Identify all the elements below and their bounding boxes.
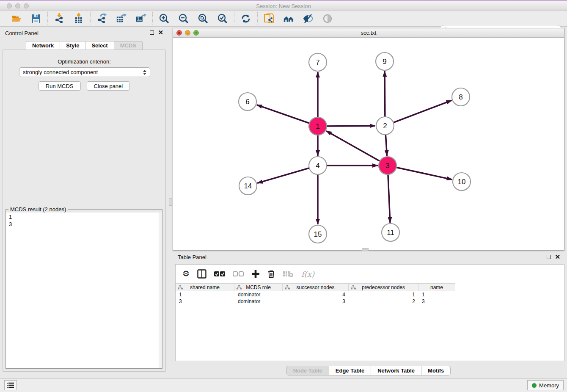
edge-1-to-6[interactable] <box>257 105 318 126</box>
column-header-shared-name[interactable]: shared name <box>176 284 234 291</box>
close-table-panel-icon[interactable]: ✕ <box>555 255 560 259</box>
graph-node-11[interactable]: 11 <box>382 224 399 241</box>
import-table-icon[interactable] <box>73 13 84 24</box>
open-session-icon[interactable] <box>11 13 22 24</box>
graph-node-4[interactable]: 4 <box>309 157 327 174</box>
column-type-icon <box>237 285 242 290</box>
horizontal-splitter-grip[interactable] <box>362 248 369 251</box>
memory-button[interactable]: Memory <box>527 380 564 390</box>
node-label: 8 <box>459 93 462 101</box>
float-table-panel-icon[interactable] <box>547 255 551 259</box>
node-label: 9 <box>383 58 386 66</box>
table-panel-title: Table Panel <box>178 254 206 260</box>
eye-disabled-icon <box>322 13 333 24</box>
edge-4-to-14[interactable] <box>257 166 318 183</box>
cell-name[interactable]: 1 <box>418 291 455 298</box>
edge-2-to-8[interactable] <box>385 100 451 126</box>
tab-network[interactable]: Network <box>26 41 60 50</box>
zoom-selected-icon[interactable] <box>217 13 228 24</box>
delete-icon[interactable] <box>267 270 275 278</box>
cell-successor-nodes[interactable]: 3 <box>283 298 349 305</box>
app-title: Session: New Session <box>0 3 567 9</box>
control-panel-tabs: NetworkStyleSelectMCDS <box>3 41 166 50</box>
column-header-label: name <box>430 284 443 290</box>
zoom-fit-icon[interactable] <box>198 13 209 24</box>
deselect-all-checkboxes-icon[interactable] <box>233 271 244 277</box>
edge-3-to-1[interactable] <box>326 131 388 166</box>
network-canvas[interactable]: 7968124314101511 <box>173 38 564 250</box>
edge-3-to-10[interactable] <box>388 166 452 179</box>
import-network-icon[interactable] <box>54 13 65 24</box>
cell-name[interactable]: 3 <box>418 298 455 305</box>
tab-style[interactable]: Style <box>60 41 85 50</box>
cell-shared-name[interactable]: 1 <box>176 291 234 298</box>
float-panel-icon[interactable] <box>150 30 154 35</box>
optimization-criterion-select[interactable]: strongly connected component <box>19 67 150 77</box>
zoom-out-icon[interactable] <box>178 13 189 24</box>
tab-mcds[interactable]: MCDS <box>114 41 143 50</box>
task-history-button[interactable] <box>4 380 17 390</box>
control-panel-title: Control Panel <box>5 30 39 36</box>
save-session-icon[interactable] <box>30 13 41 24</box>
mcds-panel: Optimization criterion: strongly connect… <box>3 50 166 372</box>
add-column-icon[interactable] <box>251 270 260 278</box>
run-mcds-button[interactable]: Run MCDS <box>39 81 81 91</box>
table-body: 1dominator4113dominator323 <box>176 291 564 305</box>
status-bar: Memory <box>0 378 567 392</box>
close-panel-button[interactable]: Close panel <box>87 81 130 91</box>
table-row[interactable]: 3dominator323 <box>176 298 564 305</box>
graph-node-8[interactable]: 8 <box>452 88 470 106</box>
column-header-predecessor-nodes[interactable]: predecessor nodes <box>349 284 418 291</box>
memory-label: Memory <box>539 382 559 389</box>
export-network-icon[interactable] <box>96 13 107 24</box>
network-window-titlebar[interactable]: ✕ − + scc.txt <box>173 28 564 38</box>
node-label: 11 <box>387 229 394 237</box>
column-header-successor-nodes[interactable]: successor nodes <box>283 284 349 291</box>
tab-edge-table[interactable]: Edge Table <box>329 366 371 375</box>
tab-node-table[interactable]: Node Table <box>286 366 329 375</box>
main-toolbar <box>0 11 567 27</box>
vertical-splitter-grip[interactable] <box>169 198 172 206</box>
cell-MCDS-role[interactable]: dominator <box>234 298 283 305</box>
refresh-layout-icon[interactable] <box>240 13 251 24</box>
table-row[interactable]: 1dominator411 <box>176 291 564 298</box>
split-columns-icon[interactable] <box>197 269 206 279</box>
graph-node-14[interactable]: 14 <box>239 177 257 195</box>
node-label: 1 <box>316 122 319 130</box>
new-network-icon[interactable] <box>264 13 275 24</box>
tab-motifs[interactable]: Motifs <box>421 366 451 375</box>
graph-node-9[interactable]: 9 <box>376 52 394 70</box>
hide-panel-icon[interactable] <box>303 13 314 24</box>
optimization-criterion-label: Optimization criterion: <box>3 58 165 65</box>
graph-node-1[interactable]: 1 <box>309 117 327 135</box>
column-header-label: predecessor nodes <box>362 284 405 290</box>
zoom-in-icon[interactable] <box>159 13 170 24</box>
settings-gear-icon[interactable]: ⚙ <box>182 270 190 278</box>
node-label: 10 <box>458 178 466 186</box>
show-all-icon[interactable] <box>283 13 294 24</box>
graph-node-6[interactable]: 6 <box>239 93 256 110</box>
mcds-result-scrollbar[interactable] <box>159 213 162 368</box>
graph-node-7[interactable]: 7 <box>309 53 327 71</box>
close-panel-icon[interactable]: ✕ <box>158 30 163 35</box>
graph-node-3[interactable]: 3 <box>379 157 396 174</box>
cell-successor-nodes[interactable]: 4 <box>283 291 349 298</box>
tab-select[interactable]: Select <box>85 41 113 50</box>
cell-shared-name[interactable]: 3 <box>176 298 234 305</box>
column-header-MCDS-role[interactable]: MCDS role <box>234 284 283 291</box>
export-image-icon[interactable] <box>135 13 146 24</box>
cell-MCDS-role[interactable]: dominator <box>234 291 283 298</box>
node-label: 15 <box>314 230 322 238</box>
graph-node-10[interactable]: 10 <box>453 173 471 190</box>
mcds-result-textarea[interactable]: 1 3 <box>6 213 162 368</box>
cell-predecessor-nodes[interactable]: 2 <box>349 298 418 305</box>
network-graph: 7968124314101511 <box>173 38 564 250</box>
export-table-icon[interactable] <box>116 13 127 24</box>
graph-node-2[interactable]: 2 <box>376 117 394 135</box>
column-header-name[interactable]: name <box>418 284 455 291</box>
select-all-checkboxes-icon[interactable] <box>214 271 225 277</box>
tab-network-table[interactable]: Network Table <box>371 366 421 375</box>
graph-node-15[interactable]: 15 <box>309 225 327 243</box>
column-header-label: shared name <box>190 284 220 290</box>
cell-predecessor-nodes[interactable]: 1 <box>349 291 418 298</box>
